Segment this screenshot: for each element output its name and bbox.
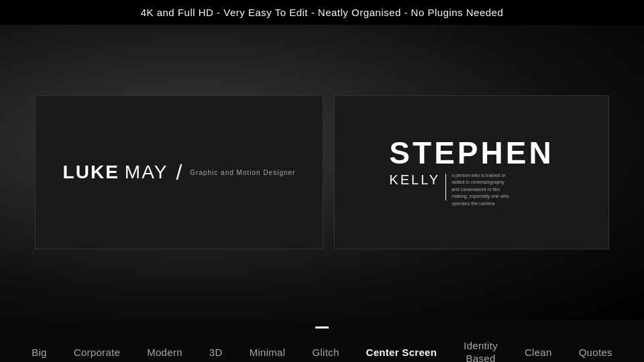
card-left-content: LUKE MAY / Graphic and Motion Designer [63, 160, 296, 185]
nav-item-3d[interactable]: 3D [196, 347, 236, 358]
kelly-row: KELLY a person who is trained or skilled… [389, 172, 512, 208]
active-indicator [315, 326, 329, 328]
luke-subtitle: Graphic and Motion Designer [190, 169, 295, 176]
bottom-navigation: Big Corporate Modern 3D Minimal Glitch C… [0, 320, 644, 362]
stephen-first-name: STEPHEN [389, 137, 553, 168]
nav-item-corporate[interactable]: Corporate [60, 347, 133, 358]
luke-last-name: MAY [125, 162, 168, 183]
nav-item-glitch[interactable]: Glitch [299, 347, 352, 358]
kelly-last-name: KELLY [389, 172, 440, 188]
nav-item-minimal[interactable]: Minimal [236, 347, 299, 358]
top-banner: 4K and Full HD - Very Easy To Edit - Nea… [0, 0, 644, 25]
card-right-content: STEPHEN KELLY a person who is trained or… [376, 124, 567, 221]
kelly-description: a person who is trained or skilled in ci… [451, 172, 512, 208]
preview-cards-container: LUKE MAY / Graphic and Motion Designer S… [35, 95, 609, 249]
banner-text: 4K and Full HD - Very Easy To Edit - Nea… [141, 7, 504, 18]
nav-item-center-screen[interactable]: Center Screen [353, 347, 451, 358]
slash-icon: / [176, 160, 182, 185]
vertical-divider [445, 174, 446, 200]
nav-item-clean[interactable]: Clean [511, 347, 566, 358]
nav-item-identity-based[interactable]: IdentityBased [450, 339, 511, 363]
card-stephen-kelly[interactable]: STEPHEN KELLY a person who is trained or… [334, 95, 609, 249]
nav-item-quotes[interactable]: Quotes [566, 347, 626, 358]
luke-first-name: LUKE [63, 162, 119, 183]
card-luke-may[interactable]: LUKE MAY / Graphic and Motion Designer [35, 95, 323, 249]
nav-item-modern[interactable]: Modern [133, 347, 196, 358]
nav-item-big[interactable]: Big [18, 347, 60, 358]
stephen-name-block: STEPHEN KELLY a person who is trained or… [389, 137, 553, 208]
main-preview-area: LUKE MAY / Graphic and Motion Designer S… [0, 25, 644, 320]
